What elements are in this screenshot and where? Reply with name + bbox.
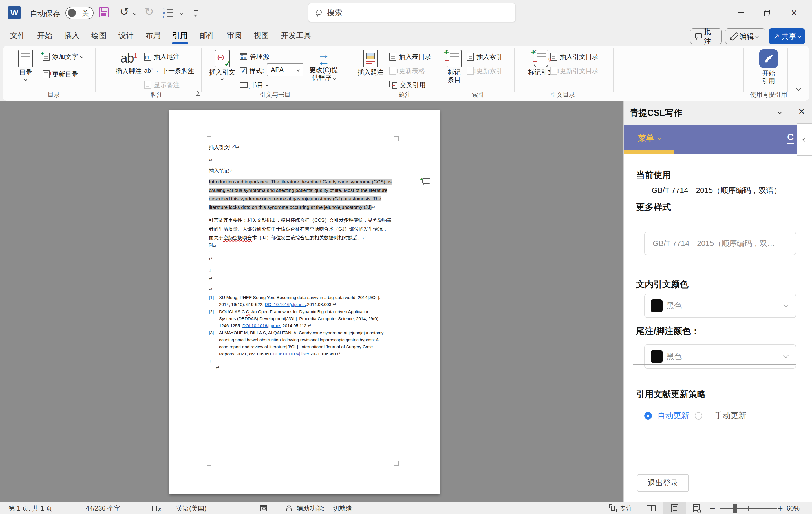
editing-mode-button[interactable]: 编辑 xyxy=(725,28,765,44)
doc-empty-paragraph[interactable]: ↵ xyxy=(209,157,212,163)
language-indicator[interactable]: 英语(美国) xyxy=(176,503,206,514)
doi-link[interactable]: DOI:10.1016/j.ijscr xyxy=(273,352,309,356)
manual-update-radio[interactable] xyxy=(695,412,702,420)
doc-en-line[interactable]: literature lacks data on this syndrome o… xyxy=(209,205,376,210)
tab-draw[interactable]: 绘图 xyxy=(91,25,107,46)
focus-mode-button[interactable]: 专注 xyxy=(609,503,633,514)
panel-collapse-rail[interactable] xyxy=(797,123,812,156)
toc-button[interactable]: 目录 xyxy=(11,48,40,93)
undo-icon[interactable]: ↺ xyxy=(120,5,129,18)
footnotes-dialog-launcher[interactable] xyxy=(196,91,200,96)
manage-sources-button[interactable]: 管理源 xyxy=(240,51,269,63)
mark-citation-icon: + – xyxy=(534,50,548,67)
autosave-state: 关 xyxy=(82,9,89,18)
tab-mailings[interactable]: 邮件 xyxy=(200,25,215,46)
update-toc-button[interactable]: ! 更新目录 xyxy=(42,68,78,80)
doi-link[interactable]: DOI:10.1016/j.procs xyxy=(242,323,281,328)
restore-button[interactable] xyxy=(758,0,775,25)
intext-color-select[interactable]: 黑色 xyxy=(644,294,796,318)
menu-dropdown[interactable]: 菜单 xyxy=(638,133,661,144)
word-count[interactable]: 44/236 个字 xyxy=(86,503,120,514)
collapse-ribbon-icon[interactable] xyxy=(796,87,801,91)
undo-chevron-icon[interactable] xyxy=(133,12,136,15)
quick-access-more-icon[interactable] xyxy=(194,10,199,17)
doc-empty-paragraph[interactable]: ↵ xyxy=(209,286,212,292)
doc-zh-line[interactable]: 引言及其重要性：相关文献指出，糖果棒综合征（CCS）会引发多种症状，显著影响患 xyxy=(209,217,392,223)
insert-toa-button[interactable]: § 插入引文目录 xyxy=(550,51,599,63)
manual-update-label[interactable]: 手动更新 xyxy=(715,410,746,421)
doc-footnote-mark[interactable]: [3]↵ xyxy=(209,243,216,249)
tab-layout[interactable]: 布局 xyxy=(145,25,161,46)
list-chevron-icon[interactable] xyxy=(180,12,183,15)
reference-item[interactable]: [1] XU Meng, RHEE Seung Yon. Becoming da… xyxy=(209,294,384,308)
doc-zh-line[interactable]: 而关于空肠空肠吻合术（JJ）部位发生该综合征的相关数据则相对缺乏。↵ xyxy=(209,235,366,241)
page-indicator[interactable]: 第 1 页, 共 1 页 xyxy=(8,503,53,514)
insert-footnote-button[interactable]: ab1 插入脚注 xyxy=(113,48,144,93)
zoom-level[interactable]: 60% xyxy=(787,503,800,514)
add-comment-icon[interactable]: + xyxy=(420,178,430,185)
doc-en-line[interactable]: described this syndrome occurrence at ga… xyxy=(209,196,381,202)
tab-file[interactable]: 文件 xyxy=(10,25,25,46)
start-citation-button[interactable]: 开始 引用 xyxy=(750,48,787,93)
doi-link[interactable]: DOI:10.1016/j.tplants xyxy=(265,302,306,307)
insert-caption-button[interactable]: 插入题注 xyxy=(355,48,386,93)
citation-style-select[interactable]: APA xyxy=(267,63,303,77)
mark-entry-button[interactable]: + – 标记 条目 xyxy=(441,48,468,93)
autosave-toggle[interactable]: 关 xyxy=(65,7,94,19)
tab-insert[interactable]: 插入 xyxy=(64,25,80,46)
close-window-button[interactable]: × xyxy=(785,0,803,25)
word-window: W 自动保存 关 ↺ ↻ 1 a i 搜索 × 文件 开始 插入 绘图 xyxy=(0,0,812,514)
next-footnote-button[interactable]: ab1→ 下一条脚注 xyxy=(144,64,194,77)
tab-home[interactable]: 开始 xyxy=(37,25,53,46)
macro-record-icon[interactable] xyxy=(260,503,267,514)
logout-button[interactable]: 退出登录 xyxy=(637,474,689,492)
auto-update-label[interactable]: 自动更新 xyxy=(658,410,689,421)
panel-close-icon[interactable]: × xyxy=(799,105,805,118)
search-input[interactable]: 搜索 xyxy=(308,3,516,22)
panel-chevron-icon[interactable] xyxy=(778,110,782,114)
multilevel-list-icon[interactable]: 1 a i xyxy=(163,7,176,19)
tab-design[interactable]: 设计 xyxy=(118,25,134,46)
comments-button[interactable]: 批注 xyxy=(690,28,722,44)
print-layout-button[interactable] xyxy=(671,503,678,514)
style-select[interactable]: GB/T 7714—2015（顺序编码，双… xyxy=(644,232,796,255)
spellcheck-icon[interactable]: ✗ xyxy=(152,503,160,514)
web-layout-button[interactable] xyxy=(693,503,700,514)
insert-endnote-button[interactable]: [i] 插入尾注 xyxy=(144,51,180,63)
zoom-slider-thumb[interactable] xyxy=(733,504,737,513)
tab-view[interactable]: 视图 xyxy=(254,25,269,46)
doc-empty-paragraph[interactable]: ↵ xyxy=(209,256,212,262)
word-logo-icon[interactable]: W xyxy=(8,6,21,19)
reference-item[interactable]: [2] DOUGLAS C C. An Open Framework for D… xyxy=(209,308,384,329)
auto-update-radio[interactable] xyxy=(644,412,652,420)
doc-heading-note[interactable]: 插入笔记↵ xyxy=(209,168,233,174)
insert-index-button[interactable]: 插入索引 xyxy=(467,51,502,63)
accessibility-status[interactable]: 辅助功能: 一切就绪 xyxy=(297,503,352,514)
doc-en-line[interactable]: causing various symptoms and affecting p… xyxy=(209,188,387,193)
cross-reference-button[interactable]: – 交叉引用 xyxy=(389,79,426,91)
change-provider-button[interactable]: →← 更改(C)提 供程序 xyxy=(302,48,345,93)
zoom-in-button[interactable]: + xyxy=(778,503,783,514)
zoom-out-button[interactable]: − xyxy=(710,503,715,514)
add-text-button[interactable]: + 添加文字 xyxy=(42,51,83,63)
document-page[interactable]: 插入引文[1,2]↵ ↵ 插入笔记↵ Introduction and impo… xyxy=(170,111,439,494)
doc-en-line[interactable]: Introduction and importance: The literat… xyxy=(209,179,392,185)
doc-empty-paragraph[interactable]: ↵ xyxy=(216,365,219,370)
tab-references[interactable]: 引用 xyxy=(173,25,188,46)
insert-citation-button[interactable]: (–) ✓ 插入引文 xyxy=(207,48,238,93)
bibliography-button[interactable]: → 书目 xyxy=(240,79,268,91)
reference-item[interactable]: [3] ALMAYOUF M, BILLA S, ALQAHTANI A. Ca… xyxy=(209,329,384,357)
tab-review[interactable]: 审阅 xyxy=(227,25,242,46)
note-color-select[interactable]: 黑色 xyxy=(644,344,796,369)
doc-heading-citation[interactable]: 插入引文[1,2]↵ xyxy=(209,144,240,151)
doc-zh-line[interactable]: 者的生活质量。大部分研究集中于该综合征在胃空肠吻合术（GJ）部位的发生情况， xyxy=(209,226,388,232)
refresh-icon[interactable]: C xyxy=(787,132,794,144)
accessibility-icon[interactable] xyxy=(285,503,292,514)
share-button[interactable]: ↗ 共享 xyxy=(768,28,805,44)
save-icon[interactable] xyxy=(99,7,109,18)
read-mode-button[interactable] xyxy=(647,503,656,514)
doc-empty-paragraph[interactable]: ↵ xyxy=(209,276,212,281)
insert-table-of-figures-button[interactable]: 插入表目录 xyxy=(389,51,431,63)
tab-developer[interactable]: 开发工具 xyxy=(281,25,311,46)
minimize-button[interactable] xyxy=(732,0,749,25)
